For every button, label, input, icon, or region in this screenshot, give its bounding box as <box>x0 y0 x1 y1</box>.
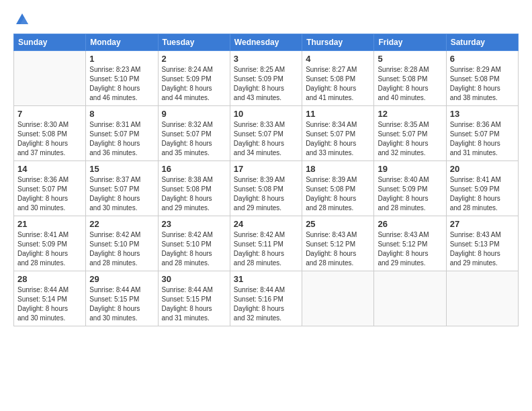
week-row-4: 28Sunrise: 8:44 AM Sunset: 5:14 PM Dayli… <box>14 271 519 326</box>
day-number: 13 <box>450 109 515 119</box>
day-number: 19 <box>378 164 442 174</box>
day-info: Sunrise: 8:41 AM Sunset: 5:09 PM Dayligh… <box>450 175 515 213</box>
day-header-thursday: Thursday <box>302 34 374 51</box>
day-header-tuesday: Tuesday <box>158 34 230 51</box>
day-number: 30 <box>162 274 226 284</box>
day-info: Sunrise: 8:27 AM Sunset: 5:08 PM Dayligh… <box>306 65 370 103</box>
day-number: 2 <box>162 54 226 64</box>
week-row-2: 14Sunrise: 8:36 AM Sunset: 5:07 PM Dayli… <box>14 161 519 216</box>
day-info: Sunrise: 8:42 AM Sunset: 5:10 PM Dayligh… <box>162 230 226 268</box>
day-cell: 15Sunrise: 8:37 AM Sunset: 5:07 PM Dayli… <box>86 161 158 216</box>
calendar-table: SundayMondayTuesdayWednesdayThursdayFrid… <box>13 34 519 326</box>
day-info: Sunrise: 8:42 AM Sunset: 5:11 PM Dayligh… <box>234 230 298 268</box>
day-cell: 19Sunrise: 8:40 AM Sunset: 5:09 PM Dayli… <box>374 161 446 216</box>
day-number: 15 <box>89 164 154 174</box>
day-info: Sunrise: 8:39 AM Sunset: 5:08 PM Dayligh… <box>234 175 298 213</box>
day-cell: 14Sunrise: 8:36 AM Sunset: 5:07 PM Dayli… <box>14 161 86 216</box>
day-cell: 10Sunrise: 8:33 AM Sunset: 5:07 PM Dayli… <box>230 106 302 161</box>
day-cell <box>302 271 374 326</box>
day-cell: 12Sunrise: 8:35 AM Sunset: 5:07 PM Dayli… <box>374 106 446 161</box>
day-info: Sunrise: 8:38 AM Sunset: 5:08 PM Dayligh… <box>162 175 226 213</box>
day-info: Sunrise: 8:30 AM Sunset: 5:08 PM Dayligh… <box>17 120 82 158</box>
day-cell: 21Sunrise: 8:41 AM Sunset: 5:09 PM Dayli… <box>14 216 86 271</box>
logo <box>13 12 30 27</box>
day-number: 20 <box>450 164 515 174</box>
day-number: 9 <box>162 109 226 119</box>
week-row-3: 21Sunrise: 8:41 AM Sunset: 5:09 PM Dayli… <box>14 216 519 271</box>
day-number: 27 <box>450 219 515 229</box>
day-info: Sunrise: 8:43 AM Sunset: 5:12 PM Dayligh… <box>378 230 442 268</box>
day-info: Sunrise: 8:41 AM Sunset: 5:09 PM Dayligh… <box>17 230 82 268</box>
day-number: 31 <box>234 274 298 284</box>
day-cell: 13Sunrise: 8:36 AM Sunset: 5:07 PM Dayli… <box>446 106 518 161</box>
day-info: Sunrise: 8:31 AM Sunset: 5:07 PM Dayligh… <box>89 120 154 158</box>
day-cell: 4Sunrise: 8:27 AM Sunset: 5:08 PM Daylig… <box>302 51 374 106</box>
day-info: Sunrise: 8:23 AM Sunset: 5:10 PM Dayligh… <box>89 65 154 103</box>
day-cell <box>14 51 86 106</box>
day-number: 21 <box>17 219 82 229</box>
day-cell: 20Sunrise: 8:41 AM Sunset: 5:09 PM Dayli… <box>446 161 518 216</box>
week-row-0: 1Sunrise: 8:23 AM Sunset: 5:10 PM Daylig… <box>14 51 519 106</box>
day-cell: 9Sunrise: 8:32 AM Sunset: 5:07 PM Daylig… <box>158 106 230 161</box>
day-cell: 3Sunrise: 8:25 AM Sunset: 5:09 PM Daylig… <box>230 51 302 106</box>
day-cell: 22Sunrise: 8:42 AM Sunset: 5:10 PM Dayli… <box>86 216 158 271</box>
day-number: 12 <box>378 109 442 119</box>
day-cell: 25Sunrise: 8:43 AM Sunset: 5:12 PM Dayli… <box>302 216 374 271</box>
logo-text <box>13 12 30 27</box>
day-number: 26 <box>378 219 442 229</box>
day-cell: 31Sunrise: 8:44 AM Sunset: 5:16 PM Dayli… <box>230 271 302 326</box>
day-cell: 11Sunrise: 8:34 AM Sunset: 5:07 PM Dayli… <box>302 106 374 161</box>
day-info: Sunrise: 8:44 AM Sunset: 5:16 PM Dayligh… <box>234 285 298 323</box>
day-number: 5 <box>378 54 442 64</box>
day-number: 28 <box>17 274 82 284</box>
day-info: Sunrise: 8:42 AM Sunset: 5:10 PM Dayligh… <box>89 230 154 268</box>
header <box>13 12 519 27</box>
day-number: 29 <box>89 274 154 284</box>
day-info: Sunrise: 8:25 AM Sunset: 5:09 PM Dayligh… <box>234 65 298 103</box>
day-number: 17 <box>234 164 298 174</box>
day-cell: 24Sunrise: 8:42 AM Sunset: 5:11 PM Dayli… <box>230 216 302 271</box>
logo-icon <box>15 12 30 27</box>
day-info: Sunrise: 8:24 AM Sunset: 5:09 PM Dayligh… <box>162 65 226 103</box>
day-header-friday: Friday <box>374 34 446 51</box>
day-cell: 29Sunrise: 8:44 AM Sunset: 5:15 PM Dayli… <box>86 271 158 326</box>
day-number: 7 <box>17 109 82 119</box>
day-cell: 27Sunrise: 8:43 AM Sunset: 5:13 PM Dayli… <box>446 216 518 271</box>
header-row: SundayMondayTuesdayWednesdayThursdayFrid… <box>14 34 519 51</box>
day-cell: 1Sunrise: 8:23 AM Sunset: 5:10 PM Daylig… <box>86 51 158 106</box>
day-info: Sunrise: 8:44 AM Sunset: 5:15 PM Dayligh… <box>162 285 226 323</box>
day-number: 10 <box>234 109 298 119</box>
day-cell: 17Sunrise: 8:39 AM Sunset: 5:08 PM Dayli… <box>230 161 302 216</box>
day-info: Sunrise: 8:33 AM Sunset: 5:07 PM Dayligh… <box>234 120 298 158</box>
day-info: Sunrise: 8:32 AM Sunset: 5:07 PM Dayligh… <box>162 120 226 158</box>
day-info: Sunrise: 8:36 AM Sunset: 5:07 PM Dayligh… <box>17 175 82 213</box>
day-cell: 6Sunrise: 8:29 AM Sunset: 5:08 PM Daylig… <box>446 51 518 106</box>
day-number: 3 <box>234 54 298 64</box>
day-info: Sunrise: 8:37 AM Sunset: 5:07 PM Dayligh… <box>89 175 154 213</box>
day-number: 23 <box>162 219 226 229</box>
day-number: 1 <box>89 54 154 64</box>
day-info: Sunrise: 8:43 AM Sunset: 5:13 PM Dayligh… <box>450 230 515 268</box>
day-cell: 2Sunrise: 8:24 AM Sunset: 5:09 PM Daylig… <box>158 51 230 106</box>
day-number: 14 <box>17 164 82 174</box>
day-cell: 23Sunrise: 8:42 AM Sunset: 5:10 PM Dayli… <box>158 216 230 271</box>
day-cell <box>374 271 446 326</box>
day-header-sunday: Sunday <box>14 34 86 51</box>
day-cell: 18Sunrise: 8:39 AM Sunset: 5:08 PM Dayli… <box>302 161 374 216</box>
day-info: Sunrise: 8:34 AM Sunset: 5:07 PM Dayligh… <box>306 120 370 158</box>
day-number: 11 <box>306 109 370 119</box>
day-cell: 5Sunrise: 8:28 AM Sunset: 5:08 PM Daylig… <box>374 51 446 106</box>
day-number: 16 <box>162 164 226 174</box>
week-row-1: 7Sunrise: 8:30 AM Sunset: 5:08 PM Daylig… <box>14 106 519 161</box>
day-number: 6 <box>450 54 515 64</box>
day-info: Sunrise: 8:43 AM Sunset: 5:12 PM Dayligh… <box>306 230 370 268</box>
day-info: Sunrise: 8:40 AM Sunset: 5:09 PM Dayligh… <box>378 175 442 213</box>
day-number: 25 <box>306 219 370 229</box>
day-cell: 7Sunrise: 8:30 AM Sunset: 5:08 PM Daylig… <box>14 106 86 161</box>
day-info: Sunrise: 8:44 AM Sunset: 5:15 PM Dayligh… <box>89 285 154 323</box>
day-info: Sunrise: 8:29 AM Sunset: 5:08 PM Dayligh… <box>450 65 515 103</box>
day-info: Sunrise: 8:35 AM Sunset: 5:07 PM Dayligh… <box>378 120 442 158</box>
day-info: Sunrise: 8:44 AM Sunset: 5:14 PM Dayligh… <box>17 285 82 323</box>
day-number: 22 <box>89 219 154 229</box>
day-cell: 16Sunrise: 8:38 AM Sunset: 5:08 PM Dayli… <box>158 161 230 216</box>
